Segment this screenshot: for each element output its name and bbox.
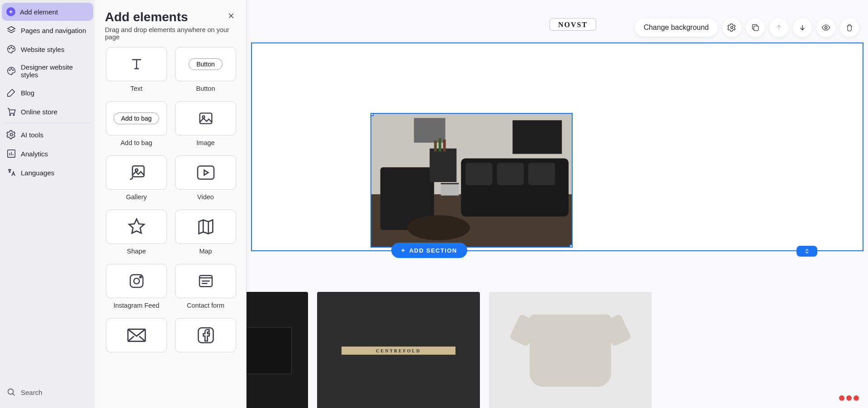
svg-rect-31: [497, 163, 523, 185]
map-icon: [175, 210, 236, 244]
sidebar-add-element-label: Add element: [20, 8, 58, 16]
svg-point-0: [9, 48, 10, 49]
svg-rect-11: [199, 113, 212, 123]
add-elements-panel: Add elements Drag and drop elements anyw…: [95, 0, 247, 408]
move-up-button[interactable]: [769, 18, 788, 37]
selected-section[interactable]: [251, 42, 863, 251]
sidebar-item-website-styles[interactable]: Website styles: [2, 40, 93, 59]
resize-handle-bottom-right[interactable]: [569, 244, 573, 248]
facebook-icon: [175, 318, 236, 352]
sidebar-item-label: Blog: [21, 89, 34, 97]
svg-rect-32: [528, 163, 555, 185]
palette-outline-icon: [6, 66, 16, 76]
element-label: Video: [197, 193, 214, 201]
element-label: Add to bag: [120, 139, 152, 146]
section-resize-handle[interactable]: [797, 246, 817, 257]
svg-point-8: [10, 133, 13, 136]
sidebar-item-pages[interactable]: Pages and navigation: [2, 21, 93, 40]
canvas-area[interactable]: NOVST Change background: [247, 0, 868, 408]
element-instagram[interactable]: Instagram Feed: [105, 264, 168, 312]
sidebar-divider: [5, 123, 90, 123]
element-label: Gallery: [126, 193, 147, 201]
sidebar-item-designer-styles[interactable]: Designer website styles: [2, 59, 93, 83]
duplicate-button[interactable]: [746, 18, 765, 37]
sidebar-item-analytics[interactable]: Analytics: [2, 144, 93, 163]
brand-label[interactable]: NOVST: [550, 18, 596, 31]
element-map[interactable]: Map: [174, 210, 237, 258]
svg-point-5: [13, 70, 14, 70]
element-button[interactable]: Button Button: [174, 47, 237, 95]
sidebar-add-element[interactable]: + Add element: [2, 3, 93, 21]
gear-icon: [6, 130, 16, 140]
element-video[interactable]: Video: [174, 155, 237, 203]
close-panel-button[interactable]: [225, 10, 237, 22]
svg-point-7: [13, 114, 14, 116]
svg-point-22: [731, 27, 733, 29]
button-preview: Button: [175, 47, 236, 81]
svg-point-10: [8, 389, 14, 394]
centrefold-banner: CENTREFOLD: [342, 347, 455, 355]
element-text[interactable]: Text: [105, 47, 168, 95]
plus-icon: +: [401, 247, 406, 254]
element-label: Instagram Feed: [114, 302, 160, 309]
gallery-icon: [106, 155, 167, 190]
sidebar-item-ai-tools[interactable]: AI tools: [2, 125, 93, 144]
svg-rect-33: [512, 120, 562, 154]
button-pill-label: Button: [189, 58, 222, 70]
sidebar-item-label: AI tools: [21, 131, 43, 139]
svg-point-3: [9, 70, 10, 70]
cart-icon: [6, 107, 16, 117]
element-label: Map: [199, 248, 212, 255]
svg-rect-37: [441, 183, 459, 184]
add-to-bag-preview: Add to bag: [106, 101, 167, 136]
shop-card[interactable]: [489, 292, 652, 408]
element-label: Contact form: [187, 302, 224, 309]
svg-point-2: [13, 48, 14, 49]
svg-point-35: [407, 215, 470, 240]
settings-button[interactable]: [722, 18, 741, 37]
svg-rect-41: [443, 140, 446, 152]
layers-icon: [6, 25, 16, 35]
sidebar-search-label: Search: [21, 389, 43, 396]
panel-subtitle: Drag and drop elements anywhere on your …: [105, 26, 237, 41]
resize-handle-top-left[interactable]: [370, 113, 374, 116]
move-down-button[interactable]: [793, 18, 812, 37]
sidebar-item-label: Online store: [21, 108, 57, 116]
svg-point-1: [11, 47, 12, 48]
svg-rect-36: [441, 183, 459, 196]
element-image[interactable]: Image: [174, 101, 237, 149]
sidebar-item-languages[interactable]: Languages: [2, 163, 93, 182]
sidebar-search[interactable]: Search: [2, 381, 93, 405]
plus-icon: +: [6, 7, 15, 16]
change-background-button[interactable]: Change background: [635, 19, 718, 37]
element-email[interactable]: [105, 318, 168, 352]
visibility-button[interactable]: [816, 18, 835, 37]
text-icon: [106, 47, 167, 81]
star-icon: [106, 210, 167, 244]
add-section-button[interactable]: + ADD SECTION: [391, 243, 467, 258]
svg-rect-38: [430, 149, 456, 182]
svg-point-6: [9, 114, 11, 116]
element-label: Image: [196, 139, 214, 146]
svg-point-18: [140, 277, 142, 278]
sidebar-item-online-store[interactable]: Online store: [2, 102, 93, 121]
svg-point-17: [133, 278, 139, 284]
element-label: Shape: [127, 248, 146, 255]
element-facebook[interactable]: [174, 318, 237, 352]
svg-point-4: [11, 69, 12, 70]
element-contact-form[interactable]: Contact form: [174, 264, 237, 312]
element-gallery[interactable]: Gallery: [105, 155, 168, 203]
form-icon: [175, 264, 236, 298]
shop-card[interactable]: CENTREFOLD: [317, 292, 480, 408]
add-section-label: ADD SECTION: [409, 247, 457, 254]
section-toolbar: Change background: [635, 18, 859, 37]
element-add-to-bag[interactable]: Add to bag Add to bag: [105, 101, 168, 149]
element-shape[interactable]: Shape: [105, 210, 168, 258]
chart-icon: [6, 149, 16, 159]
selected-image-element[interactable]: [370, 113, 573, 248]
mail-icon: [106, 318, 167, 352]
sidebar-item-blog[interactable]: Blog: [2, 83, 93, 102]
delete-button[interactable]: [840, 18, 859, 37]
sidebar-item-label: Languages: [21, 169, 54, 177]
pencil-icon: [6, 88, 16, 98]
